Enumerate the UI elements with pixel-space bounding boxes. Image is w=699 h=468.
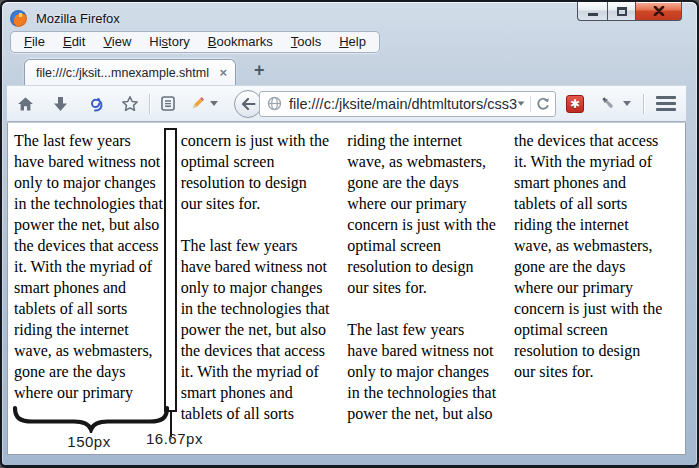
maximize-button[interactable] [607, 2, 636, 21]
close-button[interactable] [636, 2, 682, 21]
downloads-button[interactable] [53, 96, 68, 112]
menu-view[interactable]: View [94, 32, 140, 52]
toolbar-separator-2 [643, 94, 644, 114]
minimize-button[interactable] [577, 2, 607, 21]
menu-panel-button[interactable] [656, 96, 676, 111]
url-bar[interactable]: file:///c:/jksite/main/dhtmltutors/css3c… [259, 91, 556, 117]
browser-window: Mozilla Firefox File Edit View History B… [0, 0, 699, 468]
back-button[interactable] [234, 90, 262, 118]
text-column-1: The last few years have bared witness no… [14, 130, 164, 445]
multi-column-text: The last few years have bared witness no… [14, 130, 664, 445]
column-width-brace [12, 405, 172, 433]
active-tab[interactable]: file:///c:/jksit...mnexample.shtml × [24, 59, 236, 85]
download-arrow-icon [53, 96, 68, 112]
toolbar-separator [149, 94, 150, 114]
text-column-4: the devices that access it. With the myr… [514, 130, 664, 445]
back-arrow-icon [241, 98, 256, 110]
paragraph: riding the internet wave, as webmasters,… [347, 130, 497, 298]
pencil-icon [189, 95, 206, 112]
column-gap-label: 16.67px [146, 430, 203, 447]
menu-help[interactable]: Help [330, 32, 375, 52]
hamburger-icon [656, 96, 676, 99]
clipboard-icon [160, 95, 176, 112]
menu-bar: File Edit View History Bookmarks Tools H… [10, 31, 380, 53]
new-tab-button[interactable]: + [254, 61, 265, 79]
menu-edit[interactable]: Edit [54, 32, 94, 52]
paragraph: concern is just with the optimal screen … [181, 130, 331, 214]
globe-icon[interactable] [267, 96, 282, 111]
urlbar-dropdown-icon[interactable] [518, 101, 525, 105]
url-input[interactable]: file:///c:/jksite/main/dhtmltutors/css3c… [289, 96, 517, 112]
menu-tools[interactable]: Tools [282, 32, 330, 52]
eyedropper-icon [600, 95, 618, 113]
seahorse-addon-button[interactable] [87, 95, 104, 112]
star-icon [121, 95, 139, 112]
seahorse-icon [87, 95, 104, 112]
menu-bookmarks[interactable]: Bookmarks [199, 32, 282, 52]
column-gap-highlight-rect [164, 128, 177, 412]
colorpicker-addon-button[interactable] [600, 95, 618, 113]
close-icon [653, 6, 665, 16]
text-column-2: concern is just with the optimal screen … [181, 130, 331, 445]
urlbar-separator [530, 96, 531, 112]
bookmarks-menu-button[interactable] [160, 95, 176, 112]
menu-history[interactable]: History [140, 32, 198, 52]
paragraph: the devices that access it. With the myr… [514, 130, 664, 382]
bookmark-star-button[interactable] [121, 95, 139, 112]
maximize-icon [617, 7, 627, 16]
navigation-toolbar: file:///c:/jksite/main/dhtmltutors/css3c… [7, 85, 686, 122]
firefox-logo-icon [10, 10, 27, 27]
home-button[interactable] [17, 96, 34, 112]
edit-addon-button[interactable] [189, 95, 206, 112]
home-icon [17, 96, 34, 112]
red-asterisk-addon-button[interactable]: ✱ [566, 95, 584, 113]
tab-title: file:///c:/jksit...mnexample.shtml [36, 66, 213, 80]
tab-bar: file:///c:/jksit...mnexample.shtml × + [7, 53, 686, 85]
column-width-label: 150px [56, 433, 122, 450]
colorpicker-dropdown-icon[interactable] [623, 101, 631, 106]
text-column-3: riding the internet wave, as webmasters,… [347, 130, 497, 445]
title-bar: Mozilla Firefox [10, 7, 120, 29]
page-viewport: The last few years have bared witness no… [7, 123, 686, 455]
reload-icon[interactable] [536, 97, 550, 111]
window-controls [577, 2, 682, 21]
paragraph: The last few years have bared witness no… [14, 130, 164, 403]
window-title: Mozilla Firefox [36, 11, 120, 26]
paragraph: The last few years have bared witness no… [347, 319, 497, 424]
menu-file[interactable]: File [15, 32, 54, 52]
minimize-icon [588, 13, 598, 16]
tab-close-button[interactable]: × [219, 66, 227, 79]
toolbar-overflow-chevron-icon[interactable] [210, 101, 218, 106]
paragraph: The last few years have bared witness no… [181, 235, 331, 424]
